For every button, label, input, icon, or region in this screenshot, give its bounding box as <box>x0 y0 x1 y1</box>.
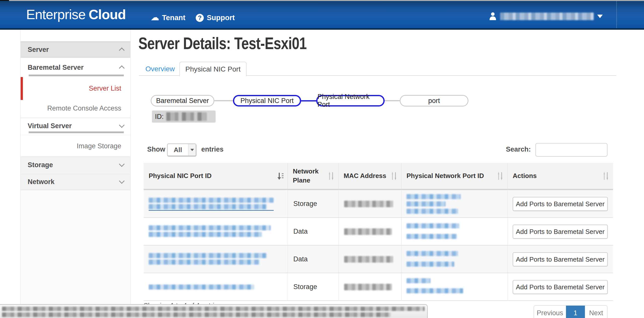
chevron-down-icon <box>119 161 125 167</box>
cell-mac-address <box>338 245 401 273</box>
add-ports-button[interactable]: Add Ports to Baremetal Server <box>513 252 608 266</box>
network-port-link-redacted[interactable] <box>407 234 457 239</box>
network-port-link-redacted[interactable] <box>407 278 430 283</box>
pagination-page-1[interactable]: 1 <box>566 306 585 318</box>
caret-down-icon <box>597 15 603 18</box>
nav-link-support[interactable]: ? Support <box>196 14 235 22</box>
column-header-physical-network-port-id[interactable]: Physical Network Port ID <box>401 163 507 189</box>
cell-network-port-id <box>401 273 507 300</box>
network-port-link-redacted[interactable] <box>407 288 463 293</box>
nav-link-tenant[interactable]: ☁ Tenant <box>151 14 185 22</box>
add-ports-button[interactable]: Add Ports to Baremetal Server <box>513 280 608 294</box>
nav-link-tenant-label: Tenant <box>162 14 185 22</box>
sort-desc-icon <box>277 172 284 180</box>
sort-both-icon <box>498 171 504 181</box>
status-url-redacted <box>2 307 425 311</box>
sidebar-section-baremetal-label: Baremetal Server <box>28 64 84 72</box>
sidebar-section-network[interactable]: Network <box>21 174 130 190</box>
table-row: Storage Add Ports to Baremetal Server <box>144 190 613 218</box>
sidebar-item-remote-console-access[interactable]: Remote Console Access <box>21 100 130 117</box>
navbar-divider <box>616 1 617 28</box>
table-header: Physical NIC Port ID Network Plane MAC A… <box>144 163 613 190</box>
network-port-link-redacted[interactable] <box>407 223 459 228</box>
sidebar-section-server[interactable]: Server <box>21 42 130 57</box>
navbar: EnterpriseCloud ☁ Tenant ? Support <box>0 1 644 28</box>
nav-link-support-label: Support <box>207 14 235 22</box>
entries-length-select[interactable]: All <box>167 144 196 156</box>
cell-actions: Add Ports to Baremetal Server <box>507 218 613 245</box>
flow-node-baremetal-server[interactable]: Baremetal Server <box>151 95 214 107</box>
nic-port-id-link-redacted[interactable] <box>149 198 274 211</box>
question-circle-icon: ? <box>196 14 204 22</box>
brand-logo[interactable]: EnterpriseCloud <box>26 7 126 22</box>
server-id-redacted <box>166 112 207 121</box>
cell-nic-port-id <box>144 218 288 245</box>
sidebar-section-server-label: Server <box>28 46 49 54</box>
nic-port-table: Physical NIC Port ID Network Plane MAC A… <box>144 163 613 301</box>
add-ports-button[interactable]: Add Ports to Baremetal Server <box>513 225 608 239</box>
cell-mac-address <box>338 190 401 217</box>
sidebar-section-storage-label: Storage <box>28 161 53 169</box>
table-row: Data Add Ports to Baremetal Server <box>144 218 613 245</box>
entries-length-value: All <box>168 144 188 156</box>
cell-network-plane: Storage <box>288 273 338 300</box>
column-header-actions[interactable]: Actions <box>507 163 613 189</box>
section-underbar <box>29 75 124 76</box>
cell-network-plane: Storage <box>288 190 338 217</box>
network-port-link-redacted[interactable] <box>407 262 454 267</box>
pagination-previous[interactable]: Previous <box>534 306 566 318</box>
status-url-redacted <box>2 312 391 317</box>
column-header-mac-address[interactable]: MAC Address <box>338 163 401 189</box>
table-row: Data Add Ports to Baremetal Server <box>144 245 613 273</box>
cell-network-plane: Data <box>288 245 338 273</box>
mac-address-redacted <box>344 201 393 207</box>
pagination: Previous 1 Next <box>534 305 608 318</box>
search-input[interactable] <box>535 143 608 157</box>
cell-network-port-id <box>401 245 507 273</box>
sidebar-item-image-storage[interactable]: Image Storage <box>21 136 130 156</box>
sidebar-item-server-list-label: Server List <box>89 85 121 92</box>
sidebar-section-baremetal-server[interactable]: Baremetal Server <box>21 58 130 77</box>
server-id-box: ID: <box>152 111 216 123</box>
pagination-next[interactable]: Next <box>585 306 607 318</box>
column-header-network-plane[interactable]: Network Plane <box>288 163 338 189</box>
sidebar-item-server-list[interactable]: Server List <box>21 77 130 100</box>
network-port-link-redacted[interactable] <box>407 209 458 214</box>
sidebar-section-virtual-server[interactable]: Virtual Server <box>21 118 130 134</box>
cell-nic-port-id <box>144 245 288 273</box>
chevron-down-icon <box>119 178 125 184</box>
network-port-link-redacted[interactable] <box>407 251 458 256</box>
entries-label: entries <box>201 146 224 153</box>
tab-overview[interactable]: Overview <box>145 65 175 73</box>
flow-node-port[interactable]: port <box>400 95 468 107</box>
sidebar-item-remote-console-label: Remote Console Access <box>47 104 121 112</box>
flow-node-physical-nic-port[interactable]: Physical NIC Port <box>233 95 301 107</box>
cell-network-plane: Data <box>288 218 338 245</box>
user-menu[interactable] <box>489 12 603 21</box>
tab-physical-nic-port[interactable]: Physical NIC Port <box>179 62 247 76</box>
page-title: Server Details: Test-Esxi01 <box>138 34 307 53</box>
chevron-up-icon <box>119 65 125 71</box>
cell-nic-port-id <box>144 273 288 300</box>
flow-connector <box>214 100 233 101</box>
sidebar-section-network-label: Network <box>28 178 55 186</box>
username-redacted <box>500 13 594 20</box>
search-label: Search: <box>503 146 531 153</box>
flow-node-physical-network-port[interactable]: Physical Network Port <box>316 95 385 107</box>
network-port-link-redacted[interactable] <box>407 194 461 199</box>
nic-port-id-link-redacted[interactable] <box>149 253 267 265</box>
sidebar-item-image-storage-label: Image Storage <box>77 142 121 150</box>
column-header-physical-nic-port-id[interactable]: Physical NIC Port ID <box>144 163 288 189</box>
cell-mac-address <box>338 218 401 245</box>
nic-port-id-link-redacted[interactable] <box>149 285 254 290</box>
sidebar-section-virtual-label: Virtual Server <box>28 122 72 130</box>
network-port-link-redacted[interactable] <box>407 201 446 206</box>
sidebar-section-storage[interactable]: Storage <box>21 157 130 173</box>
cell-actions: Add Ports to Baremetal Server <box>507 245 613 273</box>
sort-both-icon <box>603 171 610 181</box>
add-ports-button[interactable]: Add Ports to Baremetal Server <box>513 197 608 211</box>
nic-port-id-link-redacted[interactable] <box>149 225 271 237</box>
sort-both-icon <box>392 171 398 181</box>
select-caret-zone <box>188 144 196 156</box>
active-indicator-bar <box>21 77 23 100</box>
